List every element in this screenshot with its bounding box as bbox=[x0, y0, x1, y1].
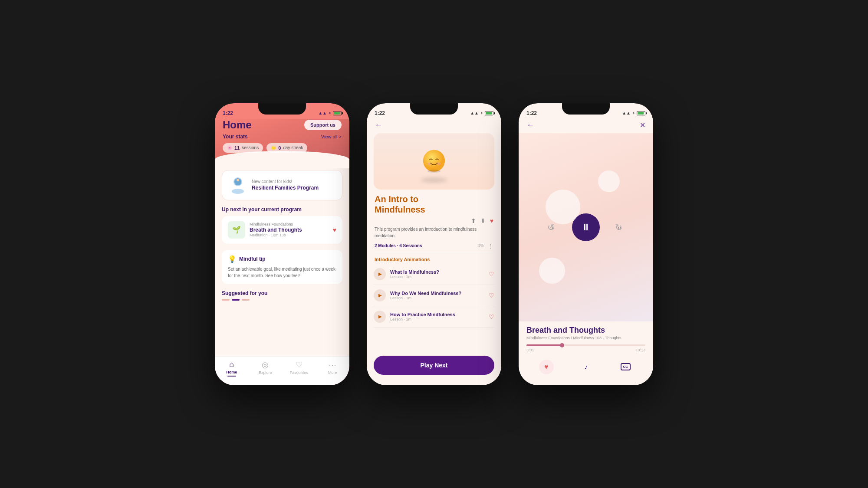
home-nav-icon: ⌂ bbox=[229, 360, 234, 369]
nav-favourites[interactable]: ♡ Favourites bbox=[282, 360, 316, 377]
program-title: An Intro toMindfulness bbox=[375, 194, 493, 215]
stats-badges: 🌸 11 sessions 🌟 0 day streak bbox=[223, 143, 342, 153]
lesson-title-1: What is Mindfulness? bbox=[390, 269, 484, 275]
lightbulb-icon: 💡 bbox=[228, 255, 237, 263]
play-next-button[interactable]: Play Next bbox=[374, 356, 494, 375]
explore-nav-icon: ◎ bbox=[262, 360, 269, 370]
status-icons-2: ▲▲ ⌖ bbox=[470, 111, 493, 116]
player-progress-fill bbox=[526, 344, 562, 346]
home-body: New content for kids! Resilient Families… bbox=[215, 160, 349, 356]
carousel-dots bbox=[222, 299, 342, 301]
wifi-icon-3: ⌖ bbox=[632, 111, 635, 116]
sessions-emoji: 🌸 bbox=[227, 145, 232, 150]
player-progress-bar[interactable] bbox=[526, 344, 645, 346]
lesson-item-3[interactable]: ▶ How to Practice Mindfulness Lesson · 1… bbox=[374, 306, 494, 328]
lesson-item-2[interactable]: ▶ Why Do We Need Mindfulness? Lesson · 1… bbox=[374, 285, 494, 306]
more-options-button[interactable]: ⋮ bbox=[487, 242, 493, 249]
svg-point-6 bbox=[427, 162, 431, 165]
home-title: Home bbox=[223, 119, 252, 131]
lesson-meta-2: Lesson · 1m bbox=[390, 296, 484, 300]
program-meta: 2 Modules · 6 Sessions bbox=[375, 243, 422, 248]
promo-card[interactable]: New content for kids! Resilient Families… bbox=[222, 170, 342, 200]
battery-icon-3 bbox=[637, 111, 645, 115]
player-lyrics-button[interactable]: ♪ bbox=[578, 359, 594, 375]
next-card-image: 🌱 bbox=[228, 221, 245, 239]
play-button-1[interactable]: ▶ bbox=[374, 268, 386, 280]
nav-more[interactable]: ⋯ More bbox=[316, 360, 350, 377]
notch-2 bbox=[410, 103, 458, 115]
phone-2: 1:22 ▲▲ ⌖ ← bbox=[367, 103, 501, 385]
next-card-info: Mindfulness Foundations Breath and Thoug… bbox=[250, 222, 329, 237]
program-progress: 0% bbox=[478, 243, 484, 248]
nav-active-indicator bbox=[227, 376, 236, 377]
lesson-list: ▶ What is Mindfulness? Lesson · 1m ♡ ▶ W… bbox=[367, 264, 501, 351]
support-button[interactable]: Support us bbox=[304, 120, 342, 130]
phone-3: 1:22 ▲▲ ⌖ ← ✕ ↺ 1 bbox=[519, 103, 653, 385]
status-icons-3: ▲▲ ⌖ bbox=[622, 111, 645, 116]
signal-icon: ▲▲ bbox=[318, 111, 327, 115]
svg-point-4 bbox=[423, 150, 445, 171]
promo-small-text: New content for kids! bbox=[252, 179, 319, 184]
play-icon-2: ▶ bbox=[378, 293, 382, 298]
leaf-emoji: 🌱 bbox=[232, 226, 241, 234]
player-cc-button[interactable]: CC bbox=[618, 359, 633, 375]
sessions-count: 11 bbox=[234, 145, 240, 151]
program-meta-row: 2 Modules · 6 Sessions 0% ⋮ bbox=[375, 242, 493, 253]
tip-card: 💡 Mindful tip Set an achievable goal, li… bbox=[222, 250, 342, 284]
cloud-2 bbox=[598, 170, 620, 192]
favourites-nav-icon: ♡ bbox=[296, 360, 302, 370]
cc-icon: CC bbox=[621, 363, 631, 370]
share-icon[interactable]: ⬆ bbox=[471, 217, 476, 224]
favourites-nav-label: Favourites bbox=[290, 370, 308, 375]
sessions-label: sessions bbox=[242, 145, 259, 150]
lesson-meta-3: Lesson · 1m bbox=[390, 317, 484, 321]
tip-text: Set an achievable goal, like meditating … bbox=[228, 266, 336, 279]
download-icon[interactable]: ⬇ bbox=[480, 217, 486, 224]
more-nav-icon: ⋯ bbox=[329, 360, 336, 370]
like-icon[interactable]: ♥ bbox=[490, 217, 493, 224]
dot-1 bbox=[222, 299, 230, 301]
play-button-3[interactable]: ▶ bbox=[374, 311, 386, 323]
program-hero bbox=[374, 133, 494, 190]
lesson-heart-3[interactable]: ♡ bbox=[489, 313, 494, 320]
cloud-3 bbox=[539, 258, 565, 284]
play-next-bar: Play Next bbox=[367, 351, 501, 385]
lesson-heart-1[interactable]: ♡ bbox=[489, 271, 494, 278]
player-close-button[interactable]: ✕ bbox=[640, 121, 645, 129]
explore-nav-label: Explore bbox=[259, 370, 272, 375]
back-button[interactable]: ← bbox=[375, 121, 382, 130]
view-all-link[interactable]: View all > bbox=[321, 134, 342, 139]
status-time-3: 1:22 bbox=[526, 110, 537, 116]
tip-title: Mindful tip bbox=[239, 256, 266, 262]
player-heart-button[interactable]: ♥ bbox=[539, 359, 554, 375]
play-button-2[interactable]: ▶ bbox=[374, 289, 386, 301]
svg-point-1 bbox=[232, 189, 244, 194]
promo-title: Resilient Families Program bbox=[252, 185, 319, 191]
player-progress-thumb bbox=[560, 343, 564, 347]
music-note-icon: ♪ bbox=[584, 363, 588, 371]
notch-1 bbox=[258, 103, 306, 115]
home-top-row: Home Support us bbox=[223, 119, 342, 131]
rewind-button[interactable]: ↺ 10 bbox=[544, 219, 560, 235]
player-back-button[interactable]: ← bbox=[526, 121, 534, 130]
next-card-heart[interactable]: ♥ bbox=[333, 226, 336, 233]
player-artwork: ↺ 10 ⏸ ↻ 10 bbox=[519, 133, 653, 321]
player-header: ← ✕ bbox=[519, 119, 653, 133]
lesson-heart-2[interactable]: ♡ bbox=[489, 292, 494, 299]
lesson-item-1[interactable]: ▶ What is Mindfulness? Lesson · 1m ♡ bbox=[374, 264, 494, 285]
lesson-info-3: How to Practice Mindfulness Lesson · 1m bbox=[390, 312, 484, 321]
nav-home[interactable]: ⌂ Home bbox=[215, 360, 249, 377]
up-next-card[interactable]: 🌱 Mindfulness Foundations Breath and Tho… bbox=[222, 216, 342, 244]
status-icons-1: ▲▲ ⌖ bbox=[318, 111, 342, 116]
svg-text:10: 10 bbox=[550, 226, 554, 230]
nav-explore[interactable]: ◎ Explore bbox=[249, 360, 283, 377]
stats-label: Your stats bbox=[223, 134, 248, 140]
up-next-section-title: Up next in your current program bbox=[222, 206, 342, 213]
lesson-meta-1: Lesson · 1m bbox=[390, 275, 484, 279]
next-card-program: Mindfulness Foundations bbox=[250, 222, 329, 226]
pause-icon: ⏸ bbox=[581, 222, 591, 233]
more-nav-label: More bbox=[328, 370, 337, 375]
wifi-icon-2: ⌖ bbox=[480, 111, 483, 116]
time-elapsed: 3:01 bbox=[526, 348, 534, 352]
forward-button[interactable]: ↻ 10 bbox=[612, 219, 628, 235]
